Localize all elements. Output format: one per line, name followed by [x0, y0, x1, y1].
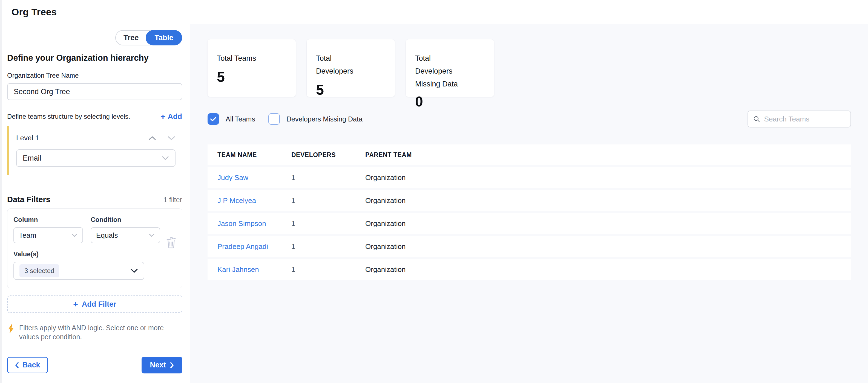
checkbox-unchecked-icon[interactable]: [268, 113, 280, 125]
chevron-down-icon: [167, 136, 175, 141]
lightning-bolt-icon: [7, 324, 16, 334]
delete-filter-button[interactable]: [165, 236, 177, 249]
stat-card-developers-missing-data: Total Developers Missing Data 0: [406, 39, 494, 97]
view-toggle[interactable]: Tree Table: [115, 30, 182, 45]
filter-column-select[interactable]: Team: [13, 227, 83, 243]
developers-cell: 1: [291, 219, 365, 228]
stat-value: 5: [316, 81, 385, 98]
top-bar: Org Trees: [0, 0, 868, 24]
column-header-parent-team: PARENT TEAM: [365, 151, 851, 159]
team-name-link[interactable]: Kari Jahnsen: [217, 265, 291, 274]
developers-cell: 1: [291, 197, 365, 205]
page-title: Org Trees: [11, 7, 57, 18]
tree-name-input[interactable]: [7, 83, 182, 100]
teams-table: TEAM NAME DEVELOPERS PARENT TEAM Judy Sa…: [208, 144, 851, 280]
column-header-team-name: TEAM NAME: [217, 151, 291, 159]
plus-icon: +: [73, 300, 78, 309]
toggle-tree-option[interactable]: Tree: [116, 31, 147, 45]
stat-card-total-teams: Total Teams 5: [208, 39, 296, 97]
next-button[interactable]: Next: [142, 357, 182, 374]
filter-column-label: Column: [13, 216, 83, 223]
parent-team-cell: Organization: [365, 265, 851, 274]
chevron-up-icon: [148, 136, 156, 141]
team-name-link[interactable]: J P Mcelyea: [217, 197, 291, 205]
level-field-select[interactable]: Email: [16, 149, 176, 167]
sidebar-heading: Define your Organization hierarchy: [7, 53, 182, 63]
stat-label: Total Developers Missing Data: [415, 52, 470, 91]
search-teams-input[interactable]: [764, 115, 845, 124]
toggle-table-option[interactable]: Table: [146, 30, 182, 45]
filters-note: Filters apply with AND logic. Select one…: [7, 323, 172, 341]
team-name-link[interactable]: Pradeep Angadi: [217, 242, 291, 251]
data-filters-title: Data Filters: [7, 195, 51, 204]
add-level-button[interactable]: + Add: [160, 112, 182, 121]
column-header-developers: DEVELOPERS: [291, 151, 365, 159]
table-row: Kari Jahnsen 1 Organization: [208, 259, 851, 280]
team-name-link[interactable]: Jason Simpson: [217, 219, 291, 228]
developers-cell: 1: [291, 265, 365, 274]
level-title: Level 1: [16, 134, 39, 142]
all-teams-checkbox[interactable]: All Teams: [208, 113, 255, 125]
filter-values-label: Value(s): [13, 250, 176, 258]
stat-value: 0: [415, 93, 485, 110]
tree-name-label: Organization Tree Name: [7, 72, 182, 79]
developers-cell: 1: [291, 242, 365, 251]
developers-missing-data-label: Developers Missing Data: [286, 115, 363, 123]
table-row: J P Mcelyea 1 Organization: [208, 190, 851, 211]
filter-count-badge: 1 filter: [163, 196, 182, 204]
all-teams-label: All Teams: [226, 115, 255, 123]
levels-instruction: Define teams structure by selecting leve…: [7, 113, 130, 120]
checkbox-checked-icon[interactable]: [208, 113, 219, 125]
filter-card: Column Team Condition Equals: [7, 208, 182, 288]
table-row: Judy Saw 1 Organization: [208, 167, 851, 188]
filter-condition-select[interactable]: Equals: [91, 227, 160, 243]
trash-icon: [165, 236, 177, 249]
developers-missing-data-checkbox[interactable]: Developers Missing Data: [268, 113, 363, 125]
parent-team-cell: Organization: [365, 197, 851, 205]
level-card: Level 1 Email: [7, 126, 182, 175]
parent-team-cell: Organization: [365, 242, 851, 251]
chevron-right-icon: [170, 362, 174, 369]
stat-label: Total Teams: [217, 52, 272, 65]
move-level-down-button[interactable]: [167, 134, 176, 142]
check-icon: [210, 116, 217, 122]
chevron-left-icon: [15, 362, 19, 369]
team-name-link[interactable]: Judy Saw: [217, 173, 291, 182]
filters-note-text: Filters apply with AND logic. Select one…: [19, 323, 172, 341]
table-row: Jason Simpson 1 Organization: [208, 213, 851, 234]
chevron-down-icon: [130, 268, 138, 273]
back-button[interactable]: Back: [7, 357, 48, 373]
table-header-row: TEAM NAME DEVELOPERS PARENT TEAM: [208, 144, 851, 165]
plus-icon: +: [160, 112, 166, 121]
move-level-up-button[interactable]: [148, 134, 156, 142]
config-sidebar: Tree Table Define your Organization hier…: [0, 24, 190, 383]
stat-value: 5: [217, 69, 286, 85]
search-teams-box[interactable]: [747, 110, 851, 128]
add-filter-button[interactable]: + Add Filter: [7, 295, 182, 313]
stat-card-total-developers: Total Developers 5: [307, 39, 395, 97]
chevron-down-icon: [71, 233, 78, 237]
selected-count-chip: 3 selected: [20, 264, 59, 277]
parent-team-cell: Organization: [365, 173, 851, 182]
parent-team-cell: Organization: [365, 219, 851, 228]
filter-values-select[interactable]: 3 selected: [13, 262, 144, 280]
main-content: Total Teams 5 Total Developers 5 Total D…: [190, 24, 868, 383]
chevron-down-icon: [162, 156, 169, 160]
search-icon: [753, 115, 760, 123]
chevron-down-icon: [149, 233, 155, 237]
table-row: Pradeep Angadi 1 Organization: [208, 236, 851, 257]
filter-condition-label: Condition: [91, 216, 160, 223]
stat-label: Total Developers: [316, 52, 371, 78]
developers-cell: 1: [291, 173, 365, 182]
